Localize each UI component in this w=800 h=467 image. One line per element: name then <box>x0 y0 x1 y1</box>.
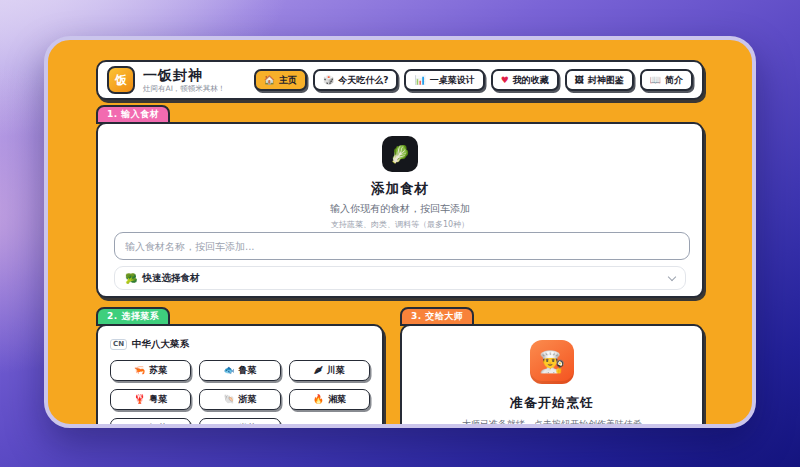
shrimp-icon: 🦐 <box>134 366 145 375</box>
cuisine-label: 鲁菜 <box>239 364 257 377</box>
nav-gallery-button[interactable]: 🖼 封神图鉴 <box>565 69 634 91</box>
cuisine-button-chuan[interactable]: 🌶 川菜 <box>289 360 370 381</box>
nav-table-design-label: 一桌菜设计 <box>430 74 475 87</box>
fire-icon: 🔥 <box>313 395 324 404</box>
cooking-ready-title: 准备开始烹饪 <box>402 394 702 412</box>
app-subtitle: 灶间有AI，顿顿米其林！ <box>143 85 225 94</box>
fish-icon: 🐟 <box>223 366 234 375</box>
cooking-ready-subtitle: 大师已准备就绪，点击按钮开始创作美味佳肴 <box>402 418 702 428</box>
nav-favorites-button[interactable]: ♥ 我的收藏 <box>491 69 559 91</box>
ingredient-input[interactable] <box>114 232 690 260</box>
cuisine-button-su[interactable]: 🦐 苏菜 <box>110 360 191 381</box>
nav-home-button[interactable]: 🏠 主页 <box>254 69 307 91</box>
quick-select-left: 🥦 快速选择食材 <box>125 272 199 285</box>
cuisine-grid: 🦐 苏菜 🐟 鲁菜 🌶 川菜 🦞 粤菜 🐚 浙菜 <box>110 360 370 428</box>
cuisine-group-name: 中华八大菜系 <box>132 338 189 351</box>
nav-gallery-label: 封神图鉴 <box>588 74 624 87</box>
nav-what-to-eat-button[interactable]: 🎲 今天吃什么? <box>313 69 398 91</box>
chef-icon: 👨‍🍳 <box>530 340 574 384</box>
leaf-icon: 🥬 <box>382 136 418 172</box>
nav-table-design-button[interactable]: 📊 一桌菜设计 <box>404 69 484 91</box>
app-title: 一饭封神 <box>143 67 225 83</box>
nav-what-to-eat-label: 今天吃什么? <box>338 74 388 87</box>
nav-favorites-label: 我的收藏 <box>513 74 549 87</box>
cuisine-label: 川菜 <box>327 364 345 377</box>
cuisine-button-yue[interactable]: 🦞 粤菜 <box>110 389 191 410</box>
tab-give-to-master: 3. 交给大师 <box>400 307 474 326</box>
nav-bar: 🏠 主页 🎲 今天吃什么? 📊 一桌菜设计 ♥ 我的收藏 🖼 封神图 <box>254 69 693 91</box>
home-icon: 🏠 <box>264 76 275 85</box>
cuisine-button-hui[interactable]: 🥟 徽菜 <box>199 418 280 428</box>
shell-icon: 🐚 <box>223 395 234 404</box>
nav-about-button[interactable]: 📖 简介 <box>640 69 693 91</box>
cuisine-label: 粤菜 <box>149 393 167 406</box>
cuisine-button-lu[interactable]: 🐟 鲁菜 <box>199 360 280 381</box>
panel-give-to-master: 👨‍🍳 准备开始烹饪 大师已准备就绪，点击按钮开始创作美味佳肴 📋 当前配置 <box>400 324 704 428</box>
picture-icon: 🖼 <box>575 76 584 85</box>
chef-hero: 👨‍🍳 准备开始烹饪 大师已准备就绪，点击按钮开始创作美味佳肴 <box>402 326 702 428</box>
header-bar: 饭 一饭封神 灶间有AI，顿顿米其林！ 🏠 主页 🎲 今天吃什么? 📊 一桌菜设… <box>96 60 704 100</box>
add-ingredient-hint: 支持蔬菜、肉类、调料等（最多10种） <box>98 219 702 230</box>
broccoli-icon: 🥦 <box>125 273 137 284</box>
lobster-icon: 🦞 <box>134 395 145 404</box>
cuisine-button-xiang[interactable]: 🔥 湘菜 <box>289 389 370 410</box>
chevron-down-icon <box>668 272 676 280</box>
add-ingredient-title: 添加食材 <box>98 180 702 198</box>
crab-icon: 🦀 <box>134 424 145 428</box>
tab-input-ingredients: 1. 输入食材 <box>96 105 170 124</box>
panel-input-ingredients: 🥬 添加食材 输入你现有的食材，按回车添加 支持蔬菜、肉类、调料等（最多10种）… <box>96 122 704 298</box>
brand-block: 一饭封神 灶间有AI，顿顿米其林！ <box>143 67 225 94</box>
cuisine-button-min[interactable]: 🦀 闽菜 <box>110 418 191 428</box>
chart-icon: 📊 <box>414 76 425 85</box>
nav-home-label: 主页 <box>279 74 297 87</box>
heart-icon: ♥ <box>501 76 509 85</box>
quick-select-label: 快速选择食材 <box>142 272 199 285</box>
tab-choose-cuisine: 2. 选择菜系 <box>96 307 170 326</box>
main-card: 饭 一饭封神 灶间有AI，顿顿米其林！ 🏠 主页 🎲 今天吃什么? 📊 一桌菜设… <box>44 36 756 428</box>
app-logo: 饭 <box>107 66 135 94</box>
quick-select-toggle[interactable]: 🥦 快速选择食材 <box>114 266 686 290</box>
dice-icon: 🎲 <box>323 76 334 85</box>
cuisine-label: 徽菜 <box>239 422 257 428</box>
add-ingredient-subtitle: 输入你现有的食材，按回车添加 <box>98 202 702 216</box>
cuisine-label: 苏菜 <box>149 364 167 377</box>
logo-char: 饭 <box>115 72 127 89</box>
nav-about-label: 简介 <box>665 74 683 87</box>
cn-flag-badge: CN <box>110 339 127 350</box>
chili-icon: 🌶 <box>314 366 323 375</box>
cuisine-label: 浙菜 <box>239 393 257 406</box>
book-icon: 📖 <box>650 76 661 85</box>
add-ingredient-hero: 🥬 添加食材 输入你现有的食材，按回车添加 支持蔬菜、肉类、调料等（最多10种） <box>98 124 702 230</box>
cuisine-label: 闽菜 <box>149 422 167 428</box>
dumpling-icon: 🥟 <box>223 424 234 428</box>
panel-choose-cuisine: CN 中华八大菜系 🦐 苏菜 🐟 鲁菜 🌶 川菜 🦞 粤菜 <box>96 324 384 428</box>
cuisine-label: 湘菜 <box>328 393 346 406</box>
app-background: 饭 一饭封神 灶间有AI，顿顿米其林！ 🏠 主页 🎲 今天吃什么? 📊 一桌菜设… <box>0 0 800 467</box>
cuisine-group-label: CN 中华八大菜系 <box>110 338 382 351</box>
cuisine-button-zhe[interactable]: 🐚 浙菜 <box>199 389 280 410</box>
